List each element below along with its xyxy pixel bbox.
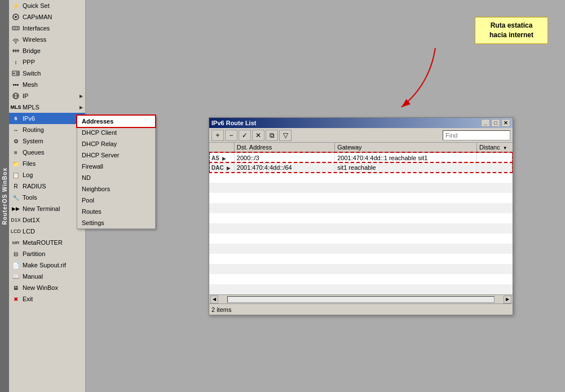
sidebar-item-log[interactable]: 📋 Log (9, 169, 85, 180)
sidebar-item-make-supout[interactable]: 📄 Make Supout.rif (9, 259, 85, 271)
row-dst-2: 2001:470:4:4dd::/64 (234, 162, 334, 173)
row-flags-1: AS ▶ (209, 152, 234, 162)
row-distance-1 (477, 152, 513, 162)
sidebar-item-dot1x[interactable]: D1X Dot1X (9, 214, 85, 226)
scroll-right-button[interactable]: ▶ (504, 296, 511, 303)
sidebar-item-interfaces[interactable]: Interfaces (9, 23, 85, 34)
sidebar-item-exit[interactable]: ✖ Exit (9, 293, 85, 305)
row-dst-1: 2000::/3 (234, 152, 334, 162)
submenu-item-nd[interactable]: ND (77, 172, 155, 183)
sidebar-item-new-terminal[interactable]: ▶▶ New Terminal (9, 203, 85, 214)
scroll-left-button[interactable]: ◀ (210, 296, 218, 303)
col-header-flags[interactable] (209, 143, 234, 152)
table-row-empty (209, 213, 513, 223)
sidebar-item-routing[interactable]: ↔ Routing (9, 124, 85, 135)
item-count: 2 items (211, 306, 231, 313)
disable-button[interactable]: ✕ (252, 130, 264, 141)
sidebar-item-quick-set[interactable]: ⚡ Quick Set (9, 0, 85, 11)
filter-button[interactable]: ▽ (279, 130, 292, 141)
radius-icon: R (11, 182, 20, 191)
sidebar: ⚡ Quick Set CAPsMAN Interfaces Wireless … (9, 0, 86, 392)
dot1x-icon: D1X (11, 215, 20, 224)
table-row-empty (209, 274, 513, 284)
sidebar-item-bridge[interactable]: Bridge (9, 45, 85, 56)
submenu-item-dhcp-client[interactable]: DHCP Client (77, 127, 155, 138)
sidebar-item-ppp[interactable]: ↕ PPP (9, 56, 85, 68)
window-content: Dst. Address Gateway Distanc (209, 143, 513, 294)
svg-point-6 (15, 42, 16, 43)
route-table: Dst. Address Gateway Distanc (209, 143, 513, 294)
sidebar-item-new-winbox[interactable]: 🖥 New WinBox (9, 282, 85, 293)
terminal-icon: ▶▶ (11, 204, 20, 213)
submenu-item-addresses[interactable]: Addresses (77, 116, 155, 127)
ipv6-submenu: Addresses DHCP Client DHCP Relay DHCP Se… (77, 115, 156, 229)
sidebar-item-manual[interactable]: 📖 Manual (9, 271, 85, 282)
ip-icon (11, 91, 20, 100)
sidebar-item-switch[interactable]: Switch (9, 68, 85, 79)
sidebar-item-wireless[interactable]: Wireless (9, 34, 85, 45)
sidebar-item-partition[interactable]: ⊟ Partition (9, 248, 85, 259)
sidebar-item-queues[interactable]: ≡ Queues (9, 147, 85, 158)
tools-icon: 🔧 (11, 193, 20, 202)
sidebar-item-capsman[interactable]: CAPsMAN (9, 11, 85, 23)
lcd-icon: LCD (11, 227, 20, 236)
add-button[interactable]: + (211, 130, 224, 141)
scrollbar-track[interactable] (227, 296, 495, 303)
sidebar-item-tools[interactable]: 🔧 Tools (9, 192, 85, 203)
winbox-label: RouterOS WinBox (0, 0, 9, 392)
queues-icon: ≡ (11, 148, 20, 157)
window-close-button[interactable]: ✕ (501, 119, 510, 127)
copy-button[interactable]: ⧉ (266, 130, 278, 141)
sidebar-item-radius[interactable]: R RADIUS (9, 180, 85, 192)
route-window: IPv6 Route List _ □ ✕ + − ✓ ✕ ⧉ ▽ (209, 117, 513, 315)
window-controls: _ □ ✕ (481, 119, 510, 127)
sidebar-item-ipv6[interactable]: 6 IPv6 (9, 113, 85, 124)
col-header-distance[interactable]: Distanc (477, 143, 513, 152)
table-row-empty (209, 254, 513, 264)
table-row[interactable]: DAC ▶ 2001:470:4:4dd::/64 sit1 reachable (209, 162, 513, 173)
submenu-item-firewall[interactable]: Firewall (77, 161, 155, 172)
sidebar-item-system[interactable]: ⚙ System (9, 135, 85, 147)
interfaces-icon (11, 24, 20, 33)
manual-icon: 📖 (11, 272, 20, 281)
submenu-item-neighbors[interactable]: Neighbors (77, 183, 155, 195)
routing-icon: ↔ (11, 125, 20, 134)
remove-button[interactable]: − (225, 130, 237, 141)
files-icon: 📁 (11, 159, 20, 168)
table-row-empty (209, 183, 513, 193)
submenu-item-dhcp-relay[interactable]: DHCP Relay (77, 138, 155, 149)
sidebar-item-metarouter[interactable]: MR MetaROUTER (9, 237, 85, 248)
quick-set-icon: ⚡ (11, 1, 20, 10)
sidebar-item-mesh[interactable]: ••• Mesh (9, 79, 85, 90)
sidebar-item-ip[interactable]: IP (9, 90, 85, 102)
table-row-empty (209, 234, 513, 244)
row-flags-2: DAC ▶ (209, 162, 234, 173)
window-restore-button[interactable]: □ (491, 119, 500, 127)
sidebar-item-lcd[interactable]: LCD LCD (9, 226, 85, 237)
submenu-item-settings[interactable]: Settings (77, 217, 155, 228)
mesh-icon: ••• (11, 80, 20, 89)
submenu-item-dhcp-server[interactable]: DHCP Server (77, 149, 155, 161)
search-input[interactable] (443, 130, 510, 140)
table-header-row: Dst. Address Gateway Distanc (209, 143, 513, 152)
new-winbox-icon: 🖥 (11, 283, 20, 292)
col-header-gateway[interactable]: Gateway (335, 143, 477, 152)
submenu-item-pool[interactable]: Pool (77, 195, 155, 206)
wireless-icon (11, 35, 20, 44)
bridge-icon (11, 46, 20, 55)
exit-icon: ✖ (11, 294, 20, 303)
table-row-empty (209, 193, 513, 203)
submenu-item-routes[interactable]: Routes (77, 206, 155, 217)
sidebar-item-mpls[interactable]: MLS MPLS (9, 102, 85, 113)
col-header-dst[interactable]: Dst. Address (234, 143, 334, 152)
sidebar-item-files[interactable]: 📁 Files (9, 158, 85, 169)
enable-button[interactable]: ✓ (239, 130, 251, 141)
system-icon: ⚙ (11, 136, 20, 146)
table-row[interactable]: AS ▶ 2000::/3 2001:470:4:4dd::1 reachabl… (209, 152, 513, 162)
tooltip-callout: Ruta estatica hacia internet (475, 17, 548, 44)
table-row-empty (209, 203, 513, 213)
row-distance-2 (477, 162, 513, 173)
switch-icon (11, 69, 20, 78)
window-minimize-button[interactable]: _ (481, 119, 490, 127)
capsman-icon (11, 12, 20, 21)
